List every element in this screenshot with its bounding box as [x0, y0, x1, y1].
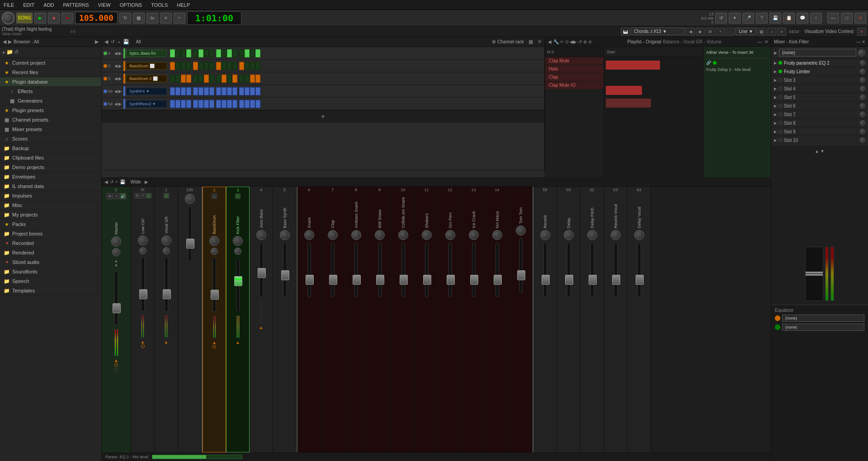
chord-dropdown[interactable]: Chords..t #13 ▼ — [631, 28, 685, 35]
fx-slot-9[interactable]: ▶ Slot 9 — [771, 127, 868, 136]
add-channel-btn[interactable]: + — [317, 113, 329, 121]
pl-back-btn[interactable]: ◀ — [548, 39, 552, 44]
ch-led-1[interactable] — [104, 52, 107, 55]
sidebar-item-il-shared-data[interactable]: 📁 IL shared data — [0, 182, 101, 191]
fx-slot-3[interactable]: ▶ Slot 3 — [771, 76, 868, 85]
pattern-item-clap-mute-2[interactable]: Clap Mute #2 — [545, 81, 604, 89]
fx-knob-3[interactable] — [860, 77, 865, 83]
ch-name-1[interactable]: Sytru..Bass fm — [126, 50, 167, 57]
minimize-btn[interactable]: — — [827, 13, 839, 24]
close-btn-2[interactable]: ✕ — [857, 28, 866, 36]
ch-led-5[interactable] — [104, 102, 107, 106]
fx-enable-2[interactable] — [778, 70, 782, 73]
pl-minimize-btn[interactable]: — — [757, 39, 762, 44]
ch-name-2[interactable]: BassDrum ⬜ — [126, 62, 167, 70]
rp-close-btn[interactable]: ✕ — [862, 39, 865, 44]
pattern-item-clap-mute[interactable]: Clap Mute — [545, 57, 604, 65]
mc-down-btn[interactable]: ▼ — [114, 263, 118, 268]
loop-btn[interactable]: ↻ — [119, 13, 131, 24]
fx-enable-4[interactable] — [778, 87, 782, 90]
mic-btn[interactable]: 🎤 — [742, 13, 754, 24]
restart-btn[interactable]: ↺ — [715, 13, 727, 24]
kf-route-up[interactable]: ▲ — [236, 340, 240, 345]
lc-fader[interactable] — [139, 289, 147, 299]
wave-btn[interactable]: ~ — [174, 13, 185, 24]
fx-enable-9[interactable] — [778, 130, 782, 133]
sidebar-item-generators[interactable]: ▦ Generators — [0, 96, 101, 106]
sidebar-back-btn[interactable]: ◀ — [3, 39, 6, 45]
fx-knob-8[interactable] — [860, 120, 865, 126]
fx-knob-9[interactable] — [860, 129, 865, 134]
kf-fader[interactable] — [234, 276, 242, 286]
mm-fader[interactable] — [494, 275, 502, 285]
sidebar-item-current-project[interactable]: ★ Current project — [0, 58, 101, 68]
fx-knob-2[interactable] — [860, 69, 865, 74]
sidebar-item-impulses[interactable]: 📁 Impulses — [0, 191, 101, 201]
prev-pattern-btn[interactable]: ◀ — [686, 28, 695, 36]
vg-route-up[interactable]: ▲ — [164, 339, 169, 344]
ic-fader[interactable] — [470, 275, 478, 285]
pattern-item-clap[interactable]: Clap — [545, 73, 604, 81]
sidebar-item-channel-presets[interactable]: ▦ Channel presets — [0, 115, 101, 125]
menu-add[interactable]: ADD — [42, 1, 56, 9]
save-btn[interactable]: 💾 — [769, 13, 781, 24]
jb-fader[interactable] — [258, 268, 266, 278]
rv-fader[interactable] — [542, 275, 550, 285]
sidebar-item-misc[interactable]: 📁 Misc — [0, 201, 101, 210]
cs-fader[interactable] — [400, 275, 408, 285]
help-btn[interactable]: ? — [756, 13, 768, 24]
sh-fader[interactable] — [423, 275, 431, 285]
zoom-out-btn[interactable]: - — [726, 28, 735, 36]
mx-undo-btn[interactable]: ↺ — [110, 179, 113, 184]
eq-none-2[interactable]: (none) — [782, 324, 864, 331]
sidebar-item-packs[interactable]: ★ Packs — [0, 220, 101, 229]
bd-route-circle[interactable] — [212, 345, 216, 348]
save-as-btn[interactable]: 📋 — [783, 13, 795, 24]
fx-enable-7[interactable] — [778, 113, 782, 116]
sidebar-item-mixer-presets[interactable]: ▦ Mixer presets — [0, 125, 101, 134]
upload-btn[interactable]: ↑ — [810, 13, 822, 24]
contest-label[interactable]: Visualizer Video Contest — [802, 29, 856, 34]
fx-knob-5[interactable] — [860, 94, 865, 100]
sidebar-item-backup[interactable]: 📁 Backup — [0, 144, 101, 153]
settings-btn[interactable]: ✦ — [729, 13, 741, 24]
mx-save-btn[interactable]: 💾 — [120, 179, 125, 184]
menu-view[interactable]: VIEW — [96, 1, 113, 9]
vg-mute-btn[interactable]: S — [164, 193, 169, 198]
ch-name-3[interactable]: BassDrum 2 ⬜ — [126, 75, 167, 82]
ch-led-3[interactable] — [104, 77, 107, 80]
rp-none-dropdown[interactable]: (none) — [779, 49, 856, 56]
mc-up-btn[interactable]: ▲ — [114, 259, 118, 263]
fx-enable-8[interactable] — [778, 121, 782, 125]
fx-knob-10[interactable] — [860, 137, 865, 143]
fx-enable-1[interactable] — [778, 61, 782, 65]
menu-edit[interactable]: EDIT — [21, 1, 36, 9]
record-btn[interactable]: ● — [61, 13, 73, 24]
mc-gear-btn[interactable]: ⚙ — [106, 193, 113, 199]
piano-btn[interactable]: 🎹 — [621, 28, 630, 36]
sidebar-menu-btn[interactable]: ▶ — [95, 39, 99, 45]
fx-knob-7[interactable] — [860, 112, 865, 117]
kf-mute-btn[interactable]: S — [235, 193, 241, 199]
lc-route-up[interactable]: ▲ — [141, 339, 145, 344]
playlist-btn[interactable]: ▦ — [757, 28, 766, 36]
fx-slot-2[interactable]: ▶ Fruity Limiter — [771, 67, 868, 76]
vg-fader[interactable] — [163, 289, 171, 299]
sidebar-refresh-btn[interactable]: ↺ — [14, 49, 19, 56]
pattern-block-3[interactable] — [606, 99, 651, 108]
fx-enable-10[interactable] — [778, 138, 782, 142]
mx-back-btn[interactable]: ◀ — [104, 179, 108, 184]
menu-patterns[interactable]: PATTERNS — [61, 1, 91, 9]
gp-fader[interactable] — [447, 275, 455, 285]
fx-slot-10[interactable]: ▶ Slot 10 — [771, 136, 868, 145]
bd-route-up[interactable]: ▲ — [212, 340, 217, 345]
fx-knob-1[interactable] — [860, 60, 865, 66]
tempo-display[interactable]: 105.000 — [75, 12, 118, 24]
mc-route-up[interactable]: ▲ — [114, 358, 118, 363]
main-knob[interactable] — [2, 12, 14, 24]
cr-close-btn[interactable]: ✕ — [538, 39, 542, 45]
as-fader[interactable] — [353, 275, 361, 285]
mc-mute-btn[interactable]: 🔊 — [120, 193, 126, 199]
sidebar-item-clipboard-files[interactable]: 📁 Clipboard files — [0, 153, 101, 163]
dv-fader[interactable] — [636, 275, 644, 285]
